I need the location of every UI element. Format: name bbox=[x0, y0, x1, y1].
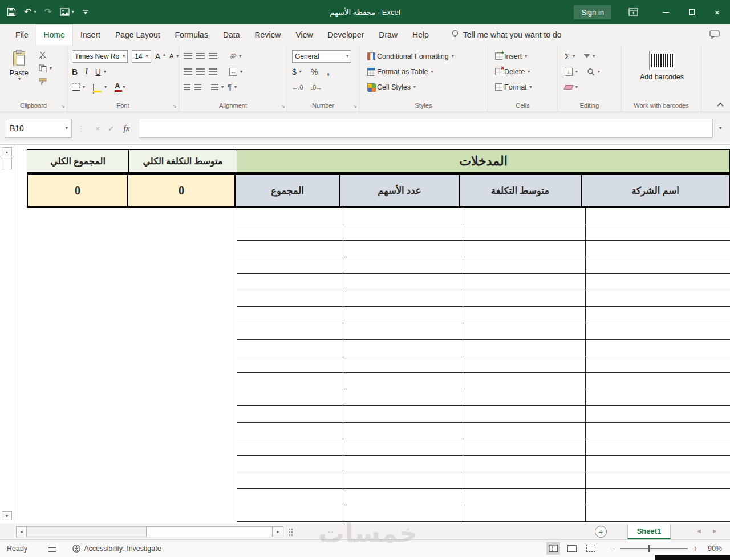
grid-cell[interactable] bbox=[237, 423, 343, 439]
grid-cell[interactable] bbox=[463, 389, 585, 405]
grid-cell[interactable] bbox=[585, 423, 730, 439]
grid-cell[interactable] bbox=[237, 257, 343, 273]
grid-cell[interactable] bbox=[463, 290, 585, 306]
minimize-button[interactable] bbox=[653, 0, 679, 24]
grid-row[interactable] bbox=[237, 208, 730, 224]
name-box[interactable]: B10 ▾ bbox=[5, 119, 72, 138]
grid-row[interactable] bbox=[237, 224, 730, 241]
grid-cell[interactable] bbox=[237, 373, 343, 389]
customize-quick-access-icon[interactable] bbox=[82, 9, 89, 15]
insert-cells-button[interactable]: +Insert▾ bbox=[495, 52, 527, 60]
grow-font-icon[interactable]: A▴ bbox=[155, 52, 165, 60]
scroll-down-button[interactable]: ▼ bbox=[2, 511, 12, 520]
fill-color-icon[interactable]: ▾ bbox=[93, 84, 107, 90]
grid-cell[interactable] bbox=[463, 406, 585, 422]
grid-cell[interactable] bbox=[343, 340, 463, 356]
sort-filter-icon[interactable]: ▾ bbox=[584, 54, 595, 59]
zoom-level[interactable]: 90% bbox=[703, 545, 722, 553]
zoom-slider[interactable] bbox=[620, 548, 688, 549]
grid-cell[interactable] bbox=[343, 373, 463, 389]
grid-cell[interactable] bbox=[343, 241, 463, 257]
grid-cell[interactable] bbox=[237, 241, 343, 257]
grid-cell[interactable] bbox=[343, 323, 463, 339]
fill-icon[interactable]: ↓▾ bbox=[565, 68, 578, 76]
column-header-share-count[interactable]: عدد الأسهم bbox=[340, 175, 459, 206]
grid-cell[interactable] bbox=[463, 489, 585, 505]
cell-inputs-header[interactable]: المدخلات bbox=[237, 150, 729, 172]
scroll-left-button[interactable]: ◄ bbox=[16, 526, 27, 537]
grid-row[interactable] bbox=[237, 423, 730, 439]
grid-cell[interactable] bbox=[343, 257, 463, 273]
cell-grand-total-header[interactable]: المجموع الكلي bbox=[27, 150, 128, 172]
grid-cell[interactable] bbox=[237, 224, 343, 240]
grid-cell[interactable] bbox=[585, 290, 730, 306]
grid-cell[interactable] bbox=[585, 389, 730, 405]
grid-cell[interactable] bbox=[585, 505, 730, 521]
horizontal-scroll-thumb[interactable] bbox=[146, 526, 273, 537]
zoom-slider-thumb[interactable] bbox=[648, 545, 650, 552]
grid-cell[interactable] bbox=[343, 456, 463, 472]
grid-cell[interactable] bbox=[343, 439, 463, 455]
scroll-up-button[interactable]: ▲ bbox=[2, 147, 12, 156]
font-name-combo[interactable]: Times New Ro▾ bbox=[72, 50, 128, 63]
grid-cell[interactable] bbox=[463, 307, 585, 323]
align-center-icon[interactable] bbox=[196, 68, 205, 75]
grid-row[interactable] bbox=[237, 241, 730, 257]
tab-file[interactable]: File bbox=[8, 24, 36, 45]
delete-cells-button[interactable]: ×Delete▾ bbox=[495, 68, 530, 76]
grid-cell[interactable] bbox=[585, 439, 730, 455]
font-size-combo[interactable]: 14▾ bbox=[132, 50, 151, 63]
grid-cell[interactable] bbox=[343, 208, 463, 224]
find-select-icon[interactable]: ▾ bbox=[587, 68, 600, 76]
enter-icon[interactable]: ✓ bbox=[104, 124, 118, 133]
column-header-company-name[interactable]: اسم الشركة bbox=[582, 175, 729, 206]
grid-cell[interactable] bbox=[237, 505, 343, 521]
cell-styles-button[interactable]: Cell Styles▾ bbox=[367, 83, 416, 91]
grid-row[interactable] bbox=[237, 406, 730, 423]
grid-cell[interactable] bbox=[343, 423, 463, 439]
align-top-icon[interactable] bbox=[184, 53, 192, 59]
grid-cell[interactable] bbox=[463, 340, 585, 356]
grid-cell[interactable] bbox=[463, 274, 585, 290]
grid-cell[interactable] bbox=[237, 290, 343, 306]
clear-icon[interactable]: ▾ bbox=[565, 85, 578, 90]
text-direction-icon[interactable]: ▾ bbox=[211, 84, 224, 90]
grid-cell[interactable] bbox=[463, 456, 585, 472]
ribbon-display-options-icon[interactable] bbox=[628, 8, 638, 16]
grid-row[interactable] bbox=[237, 505, 730, 522]
grid-cell[interactable] bbox=[343, 389, 463, 405]
cancel-icon[interactable]: × bbox=[91, 124, 104, 133]
increase-indent-icon[interactable] bbox=[194, 84, 201, 90]
collapse-ribbon-icon[interactable] bbox=[718, 103, 723, 108]
cut-icon[interactable] bbox=[39, 51, 52, 60]
column-header-total[interactable]: المجموع bbox=[236, 175, 339, 206]
scrollbar-resize-grip[interactable] bbox=[289, 528, 293, 536]
grid-cell[interactable] bbox=[343, 307, 463, 323]
maximize-button[interactable] bbox=[679, 0, 704, 24]
expand-formula-bar-icon[interactable]: ▾ bbox=[714, 126, 727, 131]
vertical-scroll-thumb[interactable] bbox=[2, 157, 12, 169]
tab-draw[interactable]: Draw bbox=[371, 24, 405, 45]
grid-row[interactable] bbox=[237, 274, 730, 290]
autosum-icon[interactable]: Σ▾ bbox=[565, 52, 575, 60]
add-barcodes-button[interactable]: Add barcodes bbox=[626, 48, 697, 82]
orientation-icon[interactable]: ab▾ bbox=[229, 53, 241, 59]
zoom-out-button[interactable]: − bbox=[611, 544, 615, 553]
grid-cell[interactable] bbox=[585, 489, 730, 505]
close-button[interactable]: × bbox=[704, 0, 730, 24]
grid-cell[interactable] bbox=[237, 307, 343, 323]
grid-cell[interactable] bbox=[343, 274, 463, 290]
grid-cell[interactable] bbox=[237, 389, 343, 405]
merge-center-icon[interactable]: ↔▾ bbox=[229, 68, 242, 76]
sheet-tab-sheet1[interactable]: Sheet1 bbox=[627, 524, 671, 539]
grid-cell[interactable] bbox=[463, 224, 585, 240]
comment-icon[interactable] bbox=[709, 24, 730, 45]
redo-icon[interactable]: ↷ bbox=[44, 7, 51, 17]
insert-picture-icon[interactable]: ▾ bbox=[60, 8, 74, 16]
grid-cell[interactable] bbox=[585, 208, 730, 224]
tab-insert[interactable]: Insert bbox=[73, 24, 108, 45]
grid-row[interactable] bbox=[237, 373, 730, 389]
zoom-in-button[interactable]: + bbox=[693, 544, 697, 553]
grid-cell[interactable] bbox=[585, 274, 730, 290]
grid-cell[interactable] bbox=[463, 323, 585, 339]
